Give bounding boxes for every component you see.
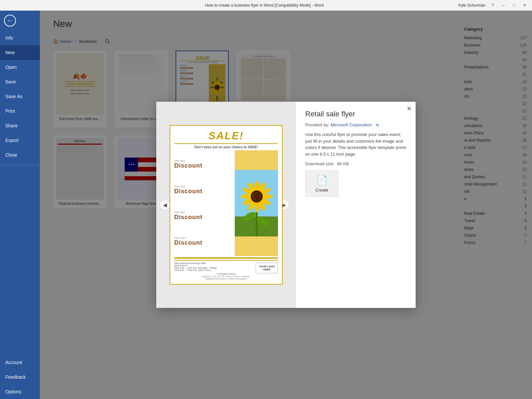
sidebar-label-account: Account (5, 360, 22, 365)
create-label: Create (315, 188, 328, 193)
provider-label: Provided by: (305, 122, 329, 127)
flyer-directions: Additional directions or other informati… (174, 278, 278, 280)
modal-info-section: Retail sale flyer Provided by: Microsoft… (296, 102, 416, 308)
flyer-item-value-2: Discount (174, 188, 232, 195)
sidebar-item-save-as[interactable]: Save As (0, 89, 40, 104)
close-button[interactable]: ✕ (521, 2, 528, 9)
svg-point-30 (258, 195, 259, 196)
flyer-item-label-1: Sale item (174, 159, 232, 162)
sidebar-label-new: New (5, 50, 15, 55)
flyer-title: SALE! (174, 130, 278, 144)
sidebar-divider (0, 165, 40, 165)
modal-description: Use this colorful flyer to promote your … (305, 131, 406, 157)
sidebar-bottom: Account Feedback Options (0, 355, 40, 399)
svg-point-35 (256, 196, 257, 197)
modal-preview-section: ◀ ▶ SALE! Don't miss out on your chance … (156, 102, 296, 308)
sidebar-label-options: Options (5, 389, 21, 394)
flyer-item-value-1: Discount (174, 162, 232, 169)
flyer-item-label-4: Sale item (174, 236, 232, 239)
modal-provider: Provided by: Microsoft Corporation ⇆ (305, 122, 406, 127)
svg-point-31 (258, 197, 259, 199)
flyer-address: Address | City, ST ZIP Code | Phone | We… (174, 275, 278, 278)
sidebar-item-close[interactable]: Close (0, 148, 40, 162)
flyer-footer-4: Time A.M. – Time P.M. (Sat. & Sun.) (174, 269, 217, 271)
sidebar-item-new[interactable]: New (0, 45, 40, 60)
sidebar-label-info: Info (5, 35, 13, 41)
flyer-subtitle: Don't miss out on your chance to SAVE! (174, 144, 278, 150)
sidebar-label-feedback: Feedback (5, 374, 26, 380)
sidebar-item-feedback[interactable]: Feedback (0, 370, 40, 384)
window-title: How to create a business flyer in Word [… (70, 3, 459, 8)
maximize-button[interactable]: □ (511, 2, 517, 9)
sidebar-label-export: Export (5, 138, 19, 143)
flyer-preview: SALE! Don't miss out on your chance to S… (170, 125, 283, 285)
modal-close-button[interactable]: ✕ (407, 105, 412, 112)
modal-title: Retail sale flyer (305, 110, 406, 118)
sidebar-item-info[interactable]: Info (0, 31, 40, 45)
svg-point-33 (254, 197, 255, 199)
flyer-item-1: Sale item Discount (174, 159, 232, 169)
title-bar: How to create a business flyer in Word [… (0, 0, 532, 11)
flyer-item-2: Sale item Discount (174, 185, 232, 195)
flyer-item-value-4: Discount (174, 239, 232, 246)
sidebar-label-close: Close (5, 152, 17, 158)
flyer-footer: Sale prices good through Date Store Hour… (174, 260, 278, 280)
user-name: Kyle Schurman (459, 3, 485, 8)
sidebar-item-account[interactable]: Account (0, 355, 40, 370)
sidebar-label-save-as: Save As (5, 94, 22, 99)
flyer-footer-1: Sale prices good through Date (174, 262, 217, 264)
minimize-button[interactable]: ─ (500, 2, 507, 9)
sidebar-label-print: Print (5, 108, 15, 114)
download-size: 86 KB (337, 161, 349, 166)
sidebar-item-export[interactable]: Export (0, 133, 40, 148)
flyer-item-label-3: Sale item (174, 211, 232, 214)
sidebar-label-share: Share (5, 123, 18, 128)
flyer-logo-box: YOUR LOGOHERE (256, 263, 278, 273)
svg-point-29 (256, 194, 257, 195)
expand-icon: ⇆ (376, 123, 379, 127)
sidebar-item-open[interactable]: Open (0, 60, 40, 74)
download-label: Download size: (305, 161, 334, 166)
sidebar-label-save: Save (5, 79, 16, 84)
modal-nav-left-button[interactable]: ◀ (160, 200, 170, 210)
sidebar: ← Info New Open Save Save As Print Share… (0, 11, 40, 399)
sidebar-label-open: Open (5, 65, 17, 70)
flyer-body: Sale item Discount Sale item Discount Sa… (174, 150, 278, 256)
provider-link[interactable]: Microsoft Corporation (331, 122, 372, 127)
flyer-item-value-3: Discount (174, 214, 232, 221)
svg-point-32 (256, 198, 257, 200)
back-button[interactable]: ← (0, 11, 20, 31)
create-button[interactable]: 📄 Create (305, 170, 338, 197)
sidebar-item-share[interactable]: Share (0, 118, 40, 133)
flyer-item-4: Sale item Discount (174, 236, 232, 246)
modal-download-info: Download size: 86 KB (305, 161, 406, 166)
flyer-footer-2: Store Hours: (174, 264, 217, 267)
create-icon: 📄 (316, 175, 328, 186)
flyer-item-label-2: Sale item (174, 185, 232, 188)
modal-dialog: ✕ ◀ ▶ SALE! Don't miss out on your chanc… (156, 102, 416, 308)
flyer-footer-3: Time A.M. – Time P.M. (Monday – Friday) (174, 267, 217, 269)
svg-point-34 (254, 195, 255, 196)
flyer-items: Sale item Discount Sale item Discount Sa… (174, 150, 232, 256)
modal-overlay[interactable]: ✕ ◀ ▶ SALE! Don't miss out on your chanc… (40, 11, 532, 399)
help-button[interactable]: ? (489, 2, 496, 9)
sidebar-item-print[interactable]: Print (0, 104, 40, 118)
sidebar-item-save[interactable]: Save (0, 74, 40, 89)
flyer-item-3: Sale item Discount (174, 211, 232, 221)
back-icon: ← (4, 15, 16, 27)
flyer-image (235, 150, 278, 256)
sidebar-item-options[interactable]: Options (0, 384, 40, 399)
